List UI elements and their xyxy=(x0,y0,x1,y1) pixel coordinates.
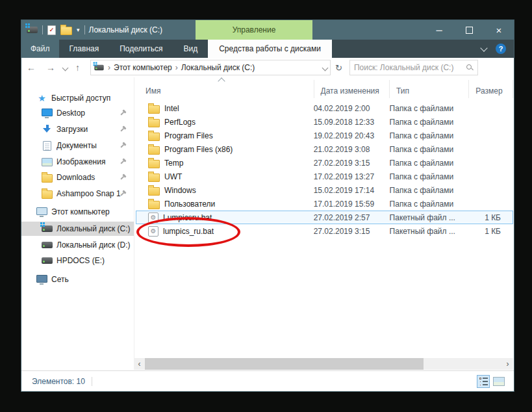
details-view-icon xyxy=(479,378,488,385)
help-icon[interactable]: ? xyxy=(496,44,506,54)
tab-view[interactable]: Вид xyxy=(173,40,208,58)
sidebar-item-hpdocs-e[interactable]: HPDOCS (E:) xyxy=(21,253,134,268)
monitor-icon xyxy=(42,109,53,116)
file-date: 17.02.2019 13:27 xyxy=(314,172,390,181)
ribbon-expand-icon[interactable] xyxy=(480,44,487,51)
back-button[interactable]: ← xyxy=(21,62,41,73)
file-date: 27.02.2019 2:57 xyxy=(314,213,390,222)
address-bar-row: ← → ↑ › Этот компьютер › Локальный диск … xyxy=(21,58,514,77)
table-row-lumpicsru-bat[interactable]: ⚙Lumpicsru.bat 27.02.2019 2:57 Пакетный … xyxy=(136,211,513,224)
sidebar-item-local-disk-d[interactable]: Локальный диск (D:) xyxy=(21,238,134,252)
file-name: lumpics_ru.bat xyxy=(163,227,214,236)
sidebar-item-ashampoo[interactable]: Ashampoo Snap 10 xyxy=(21,187,134,201)
table-row-program-files-x86[interactable]: Program Files (x86) 21.02.2019 3:08 Папк… xyxy=(136,142,513,156)
separator xyxy=(42,25,43,34)
file-date: 27.02.2019 3:15 xyxy=(314,159,390,168)
file-rows: Intel 04.02.2019 2:00 Папка с файлами Pe… xyxy=(136,101,513,238)
maximize-button[interactable] xyxy=(454,20,484,40)
file-type: Папка с файлами xyxy=(390,104,469,113)
properties-check-icon[interactable]: ✓ xyxy=(47,25,56,35)
sidebar-item-local-disk-c[interactable]: Локальный диск (C:) xyxy=(21,222,134,236)
qat-dropdown-icon[interactable]: ▾ xyxy=(77,27,80,33)
sidebar-item-desktop[interactable]: Desktop xyxy=(21,106,134,120)
folder-icon xyxy=(148,160,160,168)
scroll-left-icon[interactable]: ‹ xyxy=(134,358,145,370)
window-title: Локальный диск (C:) xyxy=(89,25,163,34)
table-row-perflogs[interactable]: PerfLogs 15.09.2018 12:33 Папка с файлам… xyxy=(136,115,513,129)
scrollbar-track[interactable] xyxy=(145,358,502,370)
folder-icon xyxy=(42,190,53,199)
column-header-name[interactable]: Имя xyxy=(136,80,314,98)
sidebar-item-quick-access[interactable]: ★ Быстрый доступ xyxy=(21,91,134,105)
table-row-lumpics-ru-bat[interactable]: ⚙lumpics_ru.bat 27.02.2019 3:15 Пакетный… xyxy=(136,224,513,238)
folder-icon xyxy=(148,146,160,155)
tab-file[interactable]: Файл xyxy=(21,40,59,58)
column-header-type[interactable]: Тип xyxy=(390,80,469,98)
separator xyxy=(84,25,85,34)
items-count: Элементов: 10 xyxy=(32,377,85,386)
forward-button[interactable]: → xyxy=(41,62,60,73)
address-dropdown-icon[interactable] xyxy=(322,64,329,71)
window-controls: ─ × xyxy=(424,20,514,40)
sidebar-item-network[interactable]: Сеть xyxy=(21,272,134,287)
contextual-group-tab[interactable]: Управление xyxy=(196,20,312,40)
drive-icon xyxy=(42,242,53,248)
new-folder-icon[interactable] xyxy=(60,27,72,35)
table-row-users[interactable]: Пользователи 17.01.2019 15:59 Папка с фа… xyxy=(136,197,513,211)
sidebar-item-documents[interactable]: Документы xyxy=(21,138,134,153)
file-date: 15.02.2019 17:14 xyxy=(314,186,390,195)
file-type: Папка с файлами xyxy=(390,200,469,209)
batch-file-icon: ⚙ xyxy=(148,226,158,237)
file-name: Temp xyxy=(164,159,183,168)
sidebar-item-downloads-ru[interactable]: Загрузки xyxy=(21,122,134,136)
document-icon xyxy=(43,141,51,151)
minimize-button[interactable]: ─ xyxy=(424,20,454,40)
up-button[interactable]: ↑ xyxy=(70,62,85,73)
picture-icon xyxy=(42,158,53,166)
search-input[interactable]: Поиск: Локальный диск (C:) xyxy=(349,60,478,75)
breadcrumb-this-pc[interactable]: Этот компьютер xyxy=(114,63,172,72)
table-row-intel[interactable]: Intel 04.02.2019 2:00 Папка с файлами xyxy=(136,101,513,115)
scroll-right-icon[interactable]: › xyxy=(502,358,513,370)
folder-icon xyxy=(148,119,160,127)
column-header-size[interactable]: Размер xyxy=(469,80,513,98)
file-name: Windows xyxy=(164,186,196,195)
sidebar-item-pictures[interactable]: Изображения xyxy=(21,155,134,169)
thumbnails-view-button[interactable] xyxy=(492,375,505,388)
search-icon[interactable] xyxy=(466,64,474,71)
ribbon-tab-row: Файл Главная Поделиться Вид Средства раб… xyxy=(21,40,514,58)
table-row-windows[interactable]: Windows 15.02.2019 17:14 Папка с файлами xyxy=(136,183,513,197)
folder-icon xyxy=(148,187,160,196)
file-type: Папка с файлами xyxy=(390,118,469,127)
pin-icon xyxy=(118,125,127,134)
sidebar-item-this-pc[interactable]: Этот компьютер xyxy=(21,205,134,219)
column-header-date[interactable]: Дата изменения xyxy=(314,80,390,98)
breadcrumb-local-disk-c[interactable]: Локальный диск (C:) xyxy=(181,63,255,72)
file-name: UWT xyxy=(164,172,182,181)
file-date: 27.02.2019 3:15 xyxy=(314,227,390,236)
scrollbar-thumb[interactable] xyxy=(145,358,424,370)
file-name: Intel xyxy=(164,104,179,113)
divider xyxy=(92,377,92,386)
horizontal-scrollbar[interactable]: ‹ › xyxy=(134,358,513,370)
tab-share[interactable]: Поделиться xyxy=(109,40,173,58)
drive-icon xyxy=(27,27,38,33)
sidebar-item-downloads-en[interactable]: Downloads xyxy=(21,170,134,185)
details-view-button[interactable] xyxy=(477,375,490,388)
table-row-program-files[interactable]: Program Files 19.02.2019 20:43 Папка с ф… xyxy=(136,129,513,142)
view-toggle-buttons xyxy=(477,375,505,388)
table-row-temp[interactable]: Temp 27.02.2019 3:15 Папка с файлами xyxy=(136,156,513,170)
table-row-uwt[interactable]: UWT 17.02.2019 13:27 Папка с файлами xyxy=(136,170,513,183)
network-icon xyxy=(36,275,47,283)
tab-home[interactable]: Главная xyxy=(59,40,110,58)
tab-drive-tools[interactable]: Средства работы с дисками xyxy=(208,40,332,58)
quick-access-star-icon: ★ xyxy=(38,94,46,103)
screenshot-stage: ✓ ▾ Локальный диск (C:) Управление ─ × Ф… xyxy=(0,0,532,412)
file-date: 04.02.2019 2:00 xyxy=(314,104,390,113)
recent-locations-icon[interactable] xyxy=(62,64,69,71)
address-bar[interactable]: › Этот компьютер › Локальный диск (C:) xyxy=(90,60,331,75)
pin-icon xyxy=(118,173,127,182)
refresh-icon[interactable]: ↻ xyxy=(331,63,347,73)
close-button[interactable]: × xyxy=(484,20,514,40)
file-size: 1 КБ xyxy=(468,213,513,222)
